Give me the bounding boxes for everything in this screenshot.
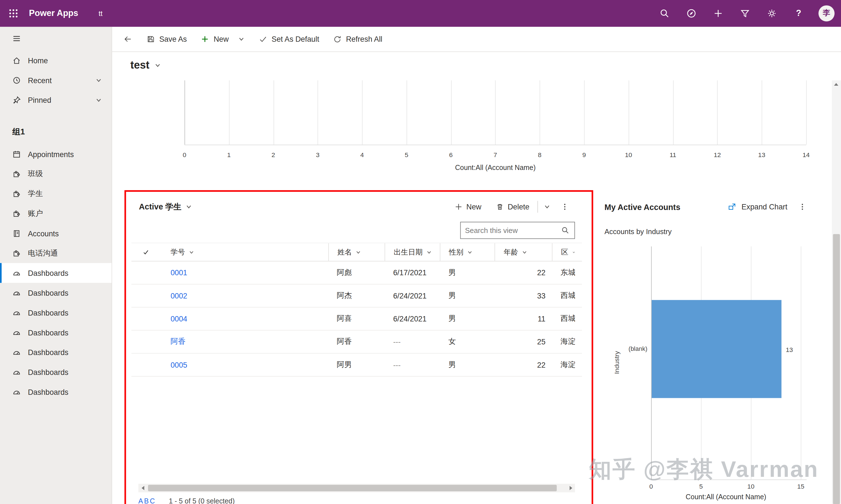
sidebar-item[interactable]: Recent: [0, 70, 111, 90]
filter-button[interactable]: [732, 0, 759, 27]
sidebar-item-label: Appointments: [28, 150, 74, 159]
chart-more-button[interactable]: [787, 202, 807, 211]
chevron-down-icon: [426, 250, 432, 255]
chevron-down-icon[interactable]: [238, 36, 245, 42]
sidebar-item[interactable]: Accounts: [0, 223, 111, 243]
sidebar-item[interactable]: Home: [0, 50, 111, 70]
settings-button[interactable]: [758, 0, 785, 27]
table-row[interactable]: 阿香 阿香 --- 女 25 海淀区: [132, 330, 582, 353]
list-command-dropdown[interactable]: [539, 203, 555, 210]
table-row[interactable]: 0005 阿男 --- 男 22 海淀区: [132, 354, 582, 377]
cell-age: 11: [495, 314, 552, 323]
table-row[interactable]: 0001 阿彪 6/17/2021 男 22 东城区: [132, 262, 582, 285]
row-id-link[interactable]: 0005: [170, 361, 187, 369]
table-row[interactable]: 0004 阿喜 6/24/2021 男 11 西城区: [132, 307, 582, 330]
cell-name: 阿男: [328, 360, 384, 370]
scrollbar-thumb[interactable]: [833, 234, 840, 504]
back-button[interactable]: [116, 27, 139, 52]
sidebar-item[interactable]: Dashboards: [0, 362, 111, 382]
vertical-scrollbar[interactable]: [832, 80, 841, 504]
sidebar-item[interactable]: 班级: [0, 164, 111, 184]
chevron-down-icon[interactable]: [154, 62, 161, 68]
sidebar-item-label: Accounts: [28, 229, 58, 238]
scrollbar-track[interactable]: [147, 484, 566, 492]
row-id-link[interactable]: 0001: [170, 269, 187, 277]
cell-gender: 男: [440, 268, 495, 277]
column-label: 出生日期: [394, 247, 423, 257]
column-label: 性别: [449, 247, 463, 257]
sidebar-item[interactable]: 电话沟通: [0, 243, 111, 263]
set-as-default-button[interactable]: Set As Default: [252, 27, 326, 52]
sidebar-item[interactable]: Pinned: [0, 90, 111, 110]
save-icon: [146, 35, 155, 43]
column-header[interactable]: 姓名: [328, 243, 384, 261]
compass-button[interactable]: [678, 0, 705, 27]
clock-icon: [12, 76, 21, 85]
column-header[interactable]: 年龄: [495, 243, 552, 261]
chevron-down-icon: [356, 250, 361, 255]
column-label: 年龄: [504, 247, 518, 257]
sidebar-item[interactable]: 账户: [0, 203, 111, 223]
sidebar-item[interactable]: 学生: [0, 184, 111, 203]
cell-gender: 男: [440, 291, 495, 301]
cell-name: 阿喜: [328, 314, 384, 323]
sidebar-item[interactable]: Dashboards: [0, 323, 111, 342]
main-area: Save As New Set As Default Refresh All: [111, 27, 841, 504]
sidebar-item[interactable]: Appointments: [0, 144, 111, 164]
sidebar-item[interactable]: Dashboards: [0, 283, 111, 303]
column-header[interactable]: 性别: [440, 243, 495, 261]
waffle-icon: [9, 9, 18, 18]
industry-bar[interactable]: [652, 300, 782, 398]
x-tick-label: 14: [803, 151, 810, 159]
jump-bar[interactable]: ABC: [138, 497, 156, 504]
list-new-button[interactable]: New: [447, 202, 488, 211]
environment-name[interactable]: tt: [99, 9, 103, 17]
magnifier-button[interactable]: [556, 226, 574, 235]
column-header[interactable]: 学号: [162, 243, 328, 261]
save-as-button[interactable]: Save As: [139, 27, 194, 52]
sidebar-group-nav: Appointments 班级 学生 账户: [0, 144, 111, 402]
row-id-link[interactable]: 0002: [170, 291, 187, 300]
sidebar-item[interactable]: Dashboards: [0, 303, 111, 323]
gridline: [717, 80, 718, 145]
dashboard-icon: [12, 348, 21, 357]
row-id-link[interactable]: 阿香: [170, 337, 186, 345]
sidebar-item[interactable]: Dashboards: [0, 263, 111, 283]
gridline: [495, 80, 496, 145]
column-header[interactable]: 区: [552, 243, 575, 261]
sidebar-item[interactable]: Dashboards: [0, 342, 111, 362]
new-button[interactable]: New: [194, 27, 252, 52]
app-launcher-button[interactable]: [0, 0, 27, 27]
select-all-checkbox[interactable]: [138, 249, 162, 255]
add-button[interactable]: [705, 0, 732, 27]
list-delete-button[interactable]: Delete: [488, 202, 536, 211]
cell-age: 25: [495, 337, 552, 346]
scroll-up-button[interactable]: [834, 83, 838, 86]
column-header[interactable]: 出生日期: [384, 243, 440, 261]
scroll-right-button[interactable]: [566, 484, 575, 492]
cell-district: 西城区: [552, 314, 575, 323]
sidebar-item[interactable]: Dashboards: [0, 382, 111, 402]
row-id-link[interactable]: 0004: [170, 314, 187, 323]
chevron-down-icon[interactable]: [96, 77, 102, 84]
plus-icon: [201, 35, 209, 43]
expand-chart-button[interactable]: Expand Chart: [728, 202, 787, 211]
help-button[interactable]: ?: [785, 0, 812, 27]
table-row[interactable]: 0002 阿杰 6/24/2021 男 33 西城区: [132, 285, 582, 307]
refresh-all-button[interactable]: Refresh All: [326, 27, 389, 52]
filter-icon: [739, 8, 750, 19]
dashboard-icon: [12, 269, 21, 277]
avatar[interactable]: 李: [819, 5, 835, 21]
scroll-left-button[interactable]: [138, 484, 147, 492]
list-footer: ABC 1 - 5 of 5 (0 selected): [132, 492, 582, 504]
scrollbar-thumb[interactable]: [148, 485, 557, 491]
accounts-chart-card: My Active Accounts Expand Chart Accounts…: [604, 195, 807, 503]
sidebar-item-label: Dashboards: [28, 388, 68, 396]
chevron-down-icon[interactable]: [96, 96, 102, 103]
search-button[interactable]: [651, 0, 678, 27]
command-bar: Save As New Set As Default Refresh All: [111, 27, 841, 52]
search-input[interactable]: [461, 226, 556, 234]
list-more-button[interactable]: [555, 202, 574, 211]
view-selector[interactable]: Active 学生: [139, 202, 192, 212]
sidebar-toggle-button[interactable]: [0, 27, 111, 50]
